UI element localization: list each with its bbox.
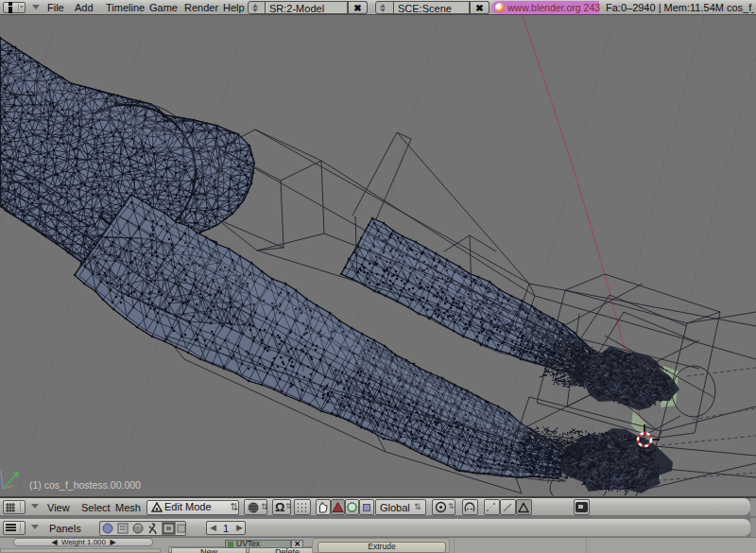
svg-text:(1) cos_f_hostess.00.000: (1) cos_f_hostess.00.000 <box>29 479 141 491</box>
